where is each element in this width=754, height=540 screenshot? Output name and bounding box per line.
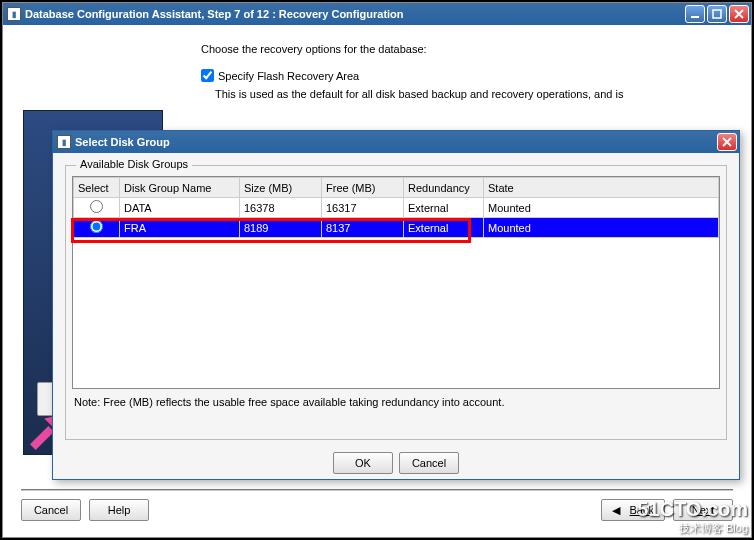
- dialog-close-button[interactable]: [717, 133, 737, 151]
- table-row[interactable]: FRA 8189 8137 External Mounted: [74, 218, 719, 238]
- minimize-button[interactable]: [685, 5, 705, 23]
- help-button[interactable]: Help: [89, 499, 149, 521]
- cell-name: FRA: [120, 218, 240, 238]
- parent-titlebar: ▮ Database Configuration Assistant, Step…: [3, 3, 751, 25]
- dialog-title: ▮ Select Disk Group: [57, 135, 170, 149]
- available-disk-groups-box: Available Disk Groups Select Disk Group …: [65, 165, 727, 440]
- specify-row: Specify Flash Recovery Area: [201, 69, 733, 82]
- ok-button[interactable]: OK: [333, 452, 393, 474]
- cell-redundancy: External: [404, 218, 484, 238]
- col-state[interactable]: State: [484, 178, 719, 198]
- watermark-small: 技术博客 Blog: [637, 521, 748, 536]
- window-controls: [685, 5, 749, 23]
- cell-free: 8137: [322, 218, 404, 238]
- specify-flash-recovery-checkbox[interactable]: [201, 69, 214, 82]
- select-radio-fra[interactable]: [90, 220, 103, 233]
- cell-size: 8189: [240, 218, 322, 238]
- cell-redundancy: External: [404, 198, 484, 218]
- parent-title: ▮ Database Configuration Assistant, Step…: [7, 7, 404, 21]
- dialog-cancel-button[interactable]: Cancel: [399, 452, 459, 474]
- watermark-big: 51CTO.com: [637, 498, 748, 521]
- svg-rect-0: [691, 16, 699, 18]
- app-icon: ▮: [57, 135, 71, 149]
- col-select[interactable]: Select: [74, 178, 120, 198]
- select-radio-data[interactable]: [90, 200, 103, 213]
- back-arrow-icon: ◀: [612, 504, 620, 517]
- dialog-titlebar: ▮ Select Disk Group: [53, 131, 739, 153]
- disk-group-table-wrap: Select Disk Group Name Size (MB) Free (M…: [72, 176, 720, 389]
- cell-state: Mounted: [484, 218, 719, 238]
- svg-rect-1: [713, 10, 721, 18]
- table-header-row: Select Disk Group Name Size (MB) Free (M…: [74, 178, 719, 198]
- col-size[interactable]: Size (MB): [240, 178, 322, 198]
- app-icon: ▮: [7, 7, 21, 21]
- dialog-buttons: OK Cancel: [53, 452, 739, 474]
- select-disk-group-dialog: ▮ Select Disk Group Available Disk Group…: [52, 130, 740, 480]
- col-free[interactable]: Free (MB): [322, 178, 404, 198]
- maximize-button[interactable]: [707, 5, 727, 23]
- dialog-title-text: Select Disk Group: [75, 136, 170, 148]
- note-text: Note: Free (MB) reflects the usable free…: [72, 394, 720, 410]
- cell-state: Mounted: [484, 198, 719, 218]
- specify-description: This is used as the default for all disk…: [215, 86, 733, 104]
- table-row[interactable]: DATA 16378 16317 External Mounted: [74, 198, 719, 218]
- watermark: 51CTO.com 技术博客 Blog: [637, 498, 748, 536]
- cancel-button[interactable]: Cancel: [21, 499, 81, 521]
- cell-size: 16378: [240, 198, 322, 218]
- specify-label: Specify Flash Recovery Area: [218, 70, 359, 82]
- wizard-footer: Cancel Help ◀ Back Next: [21, 489, 733, 521]
- cell-name: DATA: [120, 198, 240, 218]
- cell-free: 16317: [322, 198, 404, 218]
- col-redundancy[interactable]: Redundancy: [404, 178, 484, 198]
- disk-group-table: Select Disk Group Name Size (MB) Free (M…: [73, 177, 719, 238]
- choose-label: Choose the recovery options for the data…: [201, 43, 733, 55]
- main-content: Choose the recovery options for the data…: [201, 43, 733, 104]
- close-button[interactable]: [729, 5, 749, 23]
- parent-title-text: Database Configuration Assistant, Step 7…: [25, 8, 404, 20]
- col-name[interactable]: Disk Group Name: [120, 178, 240, 198]
- group-label: Available Disk Groups: [76, 158, 192, 170]
